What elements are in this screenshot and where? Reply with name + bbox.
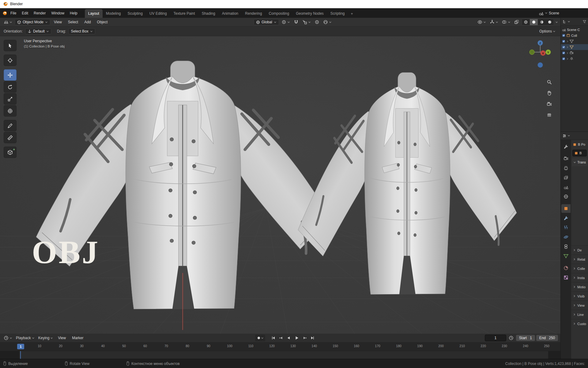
shading-material-button[interactable] xyxy=(538,19,546,25)
pivot-point-button[interactable] xyxy=(280,19,291,25)
workspace-tab[interactable]: Texture Paint xyxy=(170,9,198,18)
outliner-row-light[interactable] xyxy=(561,56,588,62)
mode-dropdown[interactable]: Object Mode xyxy=(15,19,50,25)
orientation-dropdown[interactable]: Default xyxy=(25,28,51,34)
tab-modifiers[interactable] xyxy=(561,214,571,222)
snap-toggle-button[interactable] xyxy=(292,19,300,25)
snap-settings-button[interactable] xyxy=(301,19,312,25)
tab-tool[interactable] xyxy=(561,142,571,151)
navigation-gizmo[interactable]: Z X Y xyxy=(528,39,552,72)
checkbox-icon[interactable] xyxy=(562,51,565,55)
outliner-row-mesh[interactable] xyxy=(561,38,588,44)
shading-rendered-button[interactable] xyxy=(546,19,554,25)
workspace-tab[interactable]: Shading xyxy=(198,9,219,18)
tab-world[interactable] xyxy=(561,192,571,201)
properties-section[interactable]: Relat xyxy=(571,255,588,264)
tool-add-cube[interactable]: + xyxy=(4,147,17,158)
viewport-menu[interactable]: Object xyxy=(95,19,110,25)
playback-menu[interactable]: Playback xyxy=(15,335,36,341)
menubar-menu[interactable]: Window xyxy=(49,10,67,17)
properties-section[interactable]: Motio xyxy=(571,282,588,291)
use-preview-range-button[interactable] xyxy=(507,335,515,341)
next-keyframe-button[interactable] xyxy=(301,335,308,341)
frame-start-field[interactable]: Start 1 xyxy=(516,335,535,341)
workspace-tab[interactable]: UV Editing xyxy=(146,9,170,18)
transform-orientation-dropdown[interactable]: Global xyxy=(254,19,279,25)
tool-transform[interactable] xyxy=(4,105,17,117)
properties-section[interactable]: Visib xyxy=(571,291,588,301)
menubar-menu[interactable]: Edit xyxy=(19,10,31,17)
timeline-ruler[interactable]: 1020304050607080901001101201301401501601… xyxy=(0,343,560,351)
xray-toggle-button[interactable] xyxy=(513,19,520,25)
tab-render[interactable] xyxy=(561,154,571,163)
show-gizmo-button[interactable] xyxy=(488,19,499,25)
tab-texture[interactable] xyxy=(561,273,571,282)
current-frame-field[interactable]: 1 xyxy=(485,335,506,341)
workspace-tab[interactable]: Sculpting xyxy=(124,9,146,18)
prev-keyframe-button[interactable] xyxy=(278,335,285,341)
checkbox-icon[interactable] xyxy=(562,45,565,49)
keying-menu[interactable]: Keying xyxy=(37,335,55,341)
menubar-menu[interactable]: Render xyxy=(31,10,48,17)
playhead[interactable]: 1 xyxy=(17,344,24,349)
tool-scale[interactable] xyxy=(4,93,17,105)
viewport-3d[interactable]: User Perspective (1) Collection | B Pose… xyxy=(0,36,560,334)
properties-section[interactable]: Line xyxy=(571,310,588,319)
tab-constraints[interactable] xyxy=(561,242,571,251)
checkbox-icon[interactable] xyxy=(562,40,565,43)
jacket-model-right[interactable] xyxy=(298,72,517,294)
object-name-field[interactable]: B xyxy=(572,150,587,156)
tab-output[interactable] xyxy=(561,164,571,172)
tab-material[interactable] xyxy=(561,264,571,272)
timeline-marker-menu[interactable]: Marker xyxy=(70,335,86,341)
ortho-toggle-button[interactable] xyxy=(545,111,553,119)
timeline-view-menu[interactable]: View xyxy=(55,335,68,341)
checkbox-icon[interactable] xyxy=(562,57,565,60)
tab-view-layer[interactable] xyxy=(561,173,571,182)
tool-select-box[interactable] xyxy=(4,40,17,51)
chevron-down-icon[interactable] xyxy=(567,134,570,137)
tool-cursor[interactable] xyxy=(4,55,17,66)
tab-particles[interactable] xyxy=(561,223,571,232)
tab-physics[interactable] xyxy=(561,233,571,241)
outliner-row-collection[interactable]: Coll xyxy=(561,33,588,38)
properties-section[interactable]: Colle xyxy=(571,264,588,273)
expand-chevron-icon[interactable] xyxy=(566,58,569,60)
shading-settings-chevron-icon[interactable] xyxy=(555,21,558,24)
frame-end-field[interactable]: End 250 xyxy=(536,335,558,341)
workspace-tab[interactable]: Rendering xyxy=(242,9,265,18)
scene-selector[interactable]: Scene xyxy=(539,11,559,16)
workspace-tab[interactable]: Layout xyxy=(85,9,103,18)
playhead-line[interactable] xyxy=(20,351,21,359)
properties-editor-icon[interactable] xyxy=(562,134,567,138)
properties-section[interactable]: View xyxy=(571,301,588,310)
show-visibility-button[interactable] xyxy=(476,19,487,25)
zoom-button[interactable] xyxy=(545,78,553,86)
filter-funnel-icon[interactable] xyxy=(582,20,586,24)
properties-section[interactable]: De xyxy=(571,245,588,255)
workspace-tab[interactable]: Modeling xyxy=(103,9,124,18)
outliner-row-camera[interactable] xyxy=(561,50,588,56)
tab-object[interactable] xyxy=(561,204,571,213)
proportional-falloff-button[interactable] xyxy=(322,19,333,25)
checkbox-icon[interactable] xyxy=(562,34,565,37)
tool-move[interactable] xyxy=(4,69,17,81)
camera-view-button[interactable] xyxy=(545,100,553,108)
show-overlays-button[interactable] xyxy=(501,19,512,25)
proportional-editing-button[interactable] xyxy=(313,19,321,25)
blender-logo-icon[interactable] xyxy=(2,11,7,16)
timeline-track-area[interactable] xyxy=(0,351,560,359)
tab-scene[interactable] xyxy=(561,183,571,191)
menubar-menu[interactable]: File xyxy=(8,10,19,17)
timeline-editor-type-button[interactable] xyxy=(2,335,13,341)
tool-measure[interactable] xyxy=(4,132,17,143)
viewport-menu[interactable]: Add xyxy=(82,19,93,25)
viewport-menu[interactable]: Select xyxy=(66,19,81,25)
tab-object-data[interactable] xyxy=(561,252,571,260)
workspace-tab[interactable]: Animation xyxy=(219,9,242,18)
play-button[interactable] xyxy=(293,335,300,341)
expand-chevron-icon[interactable] xyxy=(566,40,569,43)
chevron-down-icon[interactable] xyxy=(567,20,570,23)
properties-section[interactable]: Custo xyxy=(571,319,588,328)
viewport-canvas[interactable] xyxy=(0,36,560,334)
